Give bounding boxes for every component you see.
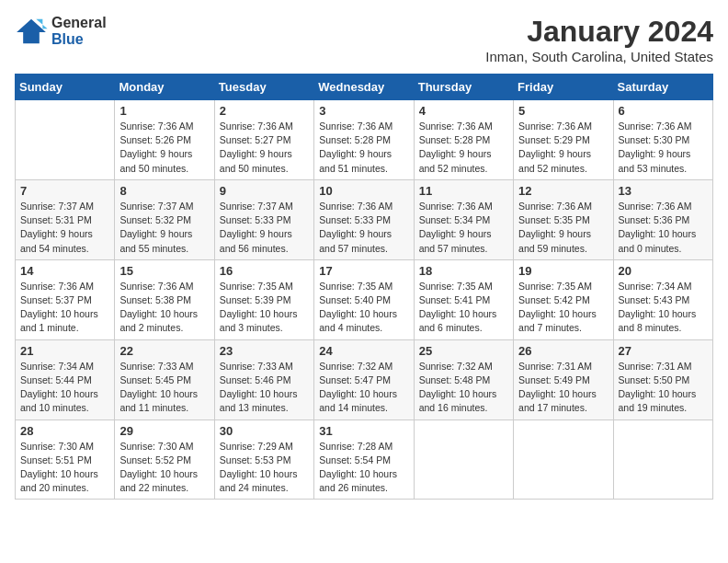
calendar-header: SundayMondayTuesdayWednesdayThursdayFrid… — [16, 75, 713, 100]
day-info: Sunrise: 7:30 AMSunset: 5:51 PMDaylight:… — [20, 440, 109, 496]
day-info: Sunrise: 7:32 AMSunset: 5:48 PMDaylight:… — [419, 360, 508, 416]
day-info: Sunrise: 7:36 AMSunset: 5:27 PMDaylight:… — [220, 120, 309, 176]
title-block: January 2024 Inman, South Carolina, Unit… — [485, 15, 713, 64]
day-cell: 11Sunrise: 7:36 AMSunset: 5:34 PMDayligh… — [414, 179, 513, 259]
day-number: 31 — [319, 424, 408, 438]
calendar-body: 1Sunrise: 7:36 AMSunset: 5:26 PMDaylight… — [16, 100, 713, 500]
logo-icon — [15, 17, 48, 45]
day-cell: 2Sunrise: 7:36 AMSunset: 5:27 PMDaylight… — [214, 100, 313, 180]
day-number: 13 — [619, 184, 708, 198]
day-number: 21 — [20, 344, 109, 358]
page-header: General Blue January 2024 Inman, South C… — [15, 15, 713, 64]
day-info: Sunrise: 7:36 AMSunset: 5:33 PMDaylight:… — [319, 200, 408, 256]
day-cell: 6Sunrise: 7:36 AMSunset: 5:30 PMDaylight… — [613, 100, 712, 180]
day-cell: 22Sunrise: 7:33 AMSunset: 5:45 PMDayligh… — [115, 339, 214, 419]
day-cell: 24Sunrise: 7:32 AMSunset: 5:47 PMDayligh… — [314, 339, 414, 419]
day-info: Sunrise: 7:34 AMSunset: 5:43 PMDaylight:… — [619, 280, 708, 336]
day-info: Sunrise: 7:36 AMSunset: 5:36 PMDaylight:… — [619, 200, 708, 256]
day-info: Sunrise: 7:36 AMSunset: 5:35 PMDaylight:… — [518, 200, 608, 256]
day-number: 10 — [319, 184, 408, 198]
day-info: Sunrise: 7:36 AMSunset: 5:28 PMDaylight:… — [419, 120, 508, 176]
day-header-sunday: Sunday — [16, 75, 115, 100]
day-cell — [514, 419, 613, 500]
day-info: Sunrise: 7:37 AMSunset: 5:31 PMDaylight:… — [20, 200, 109, 256]
day-number: 15 — [119, 264, 209, 278]
day-info: Sunrise: 7:28 AMSunset: 5:54 PMDaylight:… — [319, 440, 408, 496]
day-info: Sunrise: 7:36 AMSunset: 5:28 PMDaylight:… — [319, 120, 408, 176]
day-info: Sunrise: 7:34 AMSunset: 5:44 PMDaylight:… — [20, 360, 109, 416]
day-number: 30 — [220, 424, 309, 438]
day-header-wednesday: Wednesday — [314, 75, 414, 100]
day-header-friday: Friday — [514, 75, 613, 100]
day-info: Sunrise: 7:36 AMSunset: 5:26 PMDaylight:… — [119, 120, 209, 176]
day-number: 22 — [119, 344, 209, 358]
day-info: Sunrise: 7:37 AMSunset: 5:33 PMDaylight:… — [220, 200, 309, 256]
day-cell: 18Sunrise: 7:35 AMSunset: 5:41 PMDayligh… — [414, 259, 513, 339]
day-cell: 5Sunrise: 7:36 AMSunset: 5:29 PMDaylight… — [514, 100, 613, 180]
day-header-saturday: Saturday — [613, 75, 712, 100]
calendar-table: SundayMondayTuesdayWednesdayThursdayFrid… — [15, 74, 713, 500]
day-cell: 29Sunrise: 7:30 AMSunset: 5:52 PMDayligh… — [115, 419, 214, 500]
day-header-thursday: Thursday — [414, 75, 513, 100]
day-info: Sunrise: 7:36 AMSunset: 5:30 PMDaylight:… — [619, 120, 708, 176]
day-number: 12 — [518, 184, 608, 198]
day-cell: 1Sunrise: 7:36 AMSunset: 5:26 PMDaylight… — [115, 100, 214, 180]
day-cell: 20Sunrise: 7:34 AMSunset: 5:43 PMDayligh… — [613, 259, 712, 339]
day-cell: 16Sunrise: 7:35 AMSunset: 5:39 PMDayligh… — [214, 259, 313, 339]
day-cell: 30Sunrise: 7:29 AMSunset: 5:53 PMDayligh… — [214, 419, 313, 500]
day-number: 23 — [220, 344, 309, 358]
day-cell: 23Sunrise: 7:33 AMSunset: 5:46 PMDayligh… — [214, 339, 313, 419]
day-number: 2 — [220, 104, 309, 118]
day-info: Sunrise: 7:36 AMSunset: 5:34 PMDaylight:… — [419, 200, 508, 256]
day-header-tuesday: Tuesday — [214, 75, 313, 100]
day-number: 1 — [119, 104, 209, 118]
day-number: 25 — [419, 344, 508, 358]
day-cell: 25Sunrise: 7:32 AMSunset: 5:48 PMDayligh… — [414, 339, 513, 419]
day-info: Sunrise: 7:35 AMSunset: 5:42 PMDaylight:… — [518, 280, 608, 336]
day-info: Sunrise: 7:35 AMSunset: 5:40 PMDaylight:… — [319, 280, 408, 336]
day-info: Sunrise: 7:35 AMSunset: 5:39 PMDaylight:… — [220, 280, 309, 336]
day-cell: 17Sunrise: 7:35 AMSunset: 5:40 PMDayligh… — [314, 259, 414, 339]
day-cell: 28Sunrise: 7:30 AMSunset: 5:51 PMDayligh… — [16, 419, 115, 500]
logo: General Blue — [15, 15, 107, 47]
day-number: 11 — [419, 184, 508, 198]
day-info: Sunrise: 7:33 AMSunset: 5:46 PMDaylight:… — [220, 360, 309, 416]
day-info: Sunrise: 7:29 AMSunset: 5:53 PMDaylight:… — [220, 440, 309, 496]
day-cell: 3Sunrise: 7:36 AMSunset: 5:28 PMDaylight… — [314, 100, 414, 180]
day-number: 17 — [319, 264, 408, 278]
day-cell: 26Sunrise: 7:31 AMSunset: 5:49 PMDayligh… — [514, 339, 613, 419]
day-cell: 10Sunrise: 7:36 AMSunset: 5:33 PMDayligh… — [314, 179, 414, 259]
header-row: SundayMondayTuesdayWednesdayThursdayFrid… — [16, 75, 713, 100]
day-number: 8 — [119, 184, 209, 198]
logo-text: General Blue — [51, 15, 107, 47]
day-cell — [16, 100, 115, 180]
day-cell: 13Sunrise: 7:36 AMSunset: 5:36 PMDayligh… — [613, 179, 712, 259]
day-number: 24 — [319, 344, 408, 358]
day-cell: 9Sunrise: 7:37 AMSunset: 5:33 PMDaylight… — [214, 179, 313, 259]
day-number: 5 — [518, 104, 608, 118]
day-cell: 12Sunrise: 7:36 AMSunset: 5:35 PMDayligh… — [514, 179, 613, 259]
day-number: 27 — [619, 344, 708, 358]
day-info: Sunrise: 7:36 AMSunset: 5:29 PMDaylight:… — [518, 120, 608, 176]
day-info: Sunrise: 7:36 AMSunset: 5:38 PMDaylight:… — [119, 280, 209, 336]
day-info: Sunrise: 7:33 AMSunset: 5:45 PMDaylight:… — [119, 360, 209, 416]
day-number: 18 — [419, 264, 508, 278]
day-cell: 27Sunrise: 7:31 AMSunset: 5:50 PMDayligh… — [613, 339, 712, 419]
day-cell — [613, 419, 712, 500]
day-info: Sunrise: 7:30 AMSunset: 5:52 PMDaylight:… — [119, 440, 209, 496]
logo-general-text: General — [51, 15, 107, 31]
day-cell: 21Sunrise: 7:34 AMSunset: 5:44 PMDayligh… — [16, 339, 115, 419]
day-number: 26 — [518, 344, 608, 358]
day-number: 20 — [619, 264, 708, 278]
day-cell: 4Sunrise: 7:36 AMSunset: 5:28 PMDaylight… — [414, 100, 513, 180]
day-info: Sunrise: 7:31 AMSunset: 5:50 PMDaylight:… — [619, 360, 708, 416]
day-cell: 8Sunrise: 7:37 AMSunset: 5:32 PMDaylight… — [115, 179, 214, 259]
day-cell: 14Sunrise: 7:36 AMSunset: 5:37 PMDayligh… — [16, 259, 115, 339]
day-number: 9 — [220, 184, 309, 198]
week-row-1: 1Sunrise: 7:36 AMSunset: 5:26 PMDaylight… — [16, 100, 713, 180]
day-cell: 15Sunrise: 7:36 AMSunset: 5:38 PMDayligh… — [115, 259, 214, 339]
day-number: 7 — [20, 184, 109, 198]
calendar-subtitle: Inman, South Carolina, United States — [485, 49, 713, 64]
day-cell: 7Sunrise: 7:37 AMSunset: 5:31 PMDaylight… — [16, 179, 115, 259]
day-header-monday: Monday — [115, 75, 214, 100]
